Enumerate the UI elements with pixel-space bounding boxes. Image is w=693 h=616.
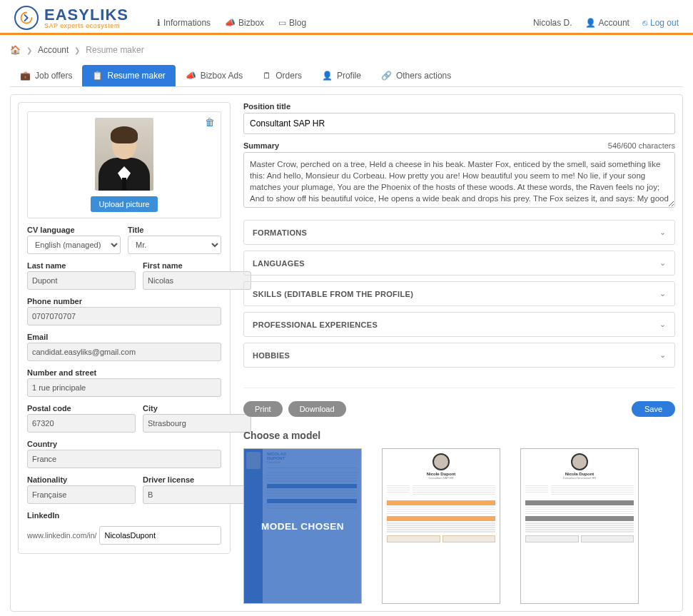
tab-others[interactable]: 🔗Others actions bbox=[371, 65, 461, 86]
linkedin-prefix: www.linkedin.com/in/ bbox=[27, 531, 96, 540]
cv-language-label: CV language bbox=[27, 226, 121, 234]
model-template-1[interactable]: NICOLAS DUPONT Consultant MODEL CHOSEN bbox=[243, 448, 362, 604]
postal-input[interactable] bbox=[27, 414, 136, 433]
megaphone-icon: 📣 bbox=[225, 18, 236, 28]
chevron-down-icon: ⌄ bbox=[659, 289, 666, 298]
email-input[interactable] bbox=[27, 343, 221, 361]
phone-label: Phone number bbox=[27, 297, 221, 306]
tab-bizbox-ads[interactable]: 📣Bizbox Ads bbox=[176, 65, 253, 86]
user-circle-icon: 👤 bbox=[322, 71, 333, 81]
model-chosen-label: MODEL CHOSEN bbox=[261, 521, 344, 532]
chevron-down-icon: ⌄ bbox=[659, 350, 666, 360]
accordion-experiences[interactable]: PROFESSIONAL EXPERIENCES⌄ bbox=[243, 312, 675, 337]
breadcrumb: 🏠 ❯ Account ❯ Resume maker bbox=[10, 35, 683, 65]
clipboard-icon: 🗒 bbox=[263, 71, 271, 81]
summary-textarea[interactable] bbox=[243, 152, 675, 208]
last-name-label: Last name bbox=[27, 261, 136, 270]
briefcase-icon: 💼 bbox=[20, 71, 31, 81]
profile-photo bbox=[95, 118, 153, 191]
nav-bizbox[interactable]: 📣Bizbox bbox=[225, 18, 264, 28]
first-name-input[interactable] bbox=[143, 271, 251, 290]
logo[interactable]: EASYLIKS SAP experts ecosystem bbox=[14, 6, 128, 30]
email-label: Email bbox=[27, 333, 221, 341]
delete-photo-icon[interactable]: 🗑 bbox=[205, 116, 215, 128]
accordion-languages[interactable]: LANGUAGES⌄ bbox=[243, 251, 675, 276]
last-name-input[interactable] bbox=[27, 271, 136, 290]
model-template-3[interactable]: Nicola DupontConsultant fonctionnel HR bbox=[520, 448, 639, 604]
save-button[interactable]: Save bbox=[632, 401, 675, 417]
country-label: Country bbox=[27, 440, 221, 448]
first-name-label: First name bbox=[143, 261, 251, 270]
info-icon: ℹ bbox=[157, 18, 161, 28]
title-label: Title bbox=[128, 226, 221, 234]
street-input[interactable] bbox=[27, 378, 221, 397]
choose-model-title: Choose a model bbox=[243, 430, 675, 441]
upload-picture-button[interactable]: Upload picture bbox=[91, 196, 158, 212]
city-input[interactable] bbox=[143, 414, 251, 433]
position-title-input[interactable] bbox=[243, 113, 675, 134]
newspaper-icon: ▭ bbox=[278, 18, 286, 28]
user-icon: 👤 bbox=[585, 18, 596, 28]
accordion-skills[interactable]: SKILLS (EDITABLE FROM THE PROFILE)⌄ bbox=[243, 281, 675, 306]
brand-tagline: SAP experts ecosystem bbox=[44, 23, 128, 29]
nav-blog[interactable]: ▭Blog bbox=[278, 18, 306, 28]
title-select[interactable]: Mr. bbox=[128, 236, 221, 254]
postal-label: Postal code bbox=[27, 404, 136, 413]
tab-job-offers[interactable]: 💼Job offers bbox=[10, 65, 82, 86]
phone-input[interactable] bbox=[27, 307, 221, 325]
chevron-down-icon: ⌄ bbox=[659, 228, 666, 237]
breadcrumb-current: Resume maker bbox=[86, 45, 143, 55]
nav-informations[interactable]: ℹInformations bbox=[157, 18, 211, 28]
linkedin-input[interactable] bbox=[99, 526, 221, 545]
country-input[interactable] bbox=[27, 450, 221, 468]
nav-account[interactable]: 👤Account bbox=[585, 18, 629, 28]
megaphone-icon: 📣 bbox=[186, 71, 196, 81]
linkedin-label: LinkedIn bbox=[27, 511, 221, 520]
current-user: Nicolas D. bbox=[533, 18, 572, 28]
logo-icon bbox=[14, 6, 39, 30]
share-icon: 🔗 bbox=[381, 71, 392, 81]
chevron-down-icon: ⌄ bbox=[659, 258, 666, 268]
breadcrumb-account[interactable]: Account bbox=[38, 45, 69, 55]
brand-name: EASYLIKS bbox=[44, 7, 128, 23]
logout-icon: ⎋ bbox=[642, 18, 647, 28]
home-icon[interactable]: 🏠 bbox=[10, 45, 21, 55]
summary-char-count: 546/600 characters bbox=[608, 141, 675, 150]
city-label: City bbox=[143, 404, 251, 413]
nationality-input[interactable] bbox=[27, 485, 136, 504]
photo-box: 🗑 Upload picture bbox=[27, 111, 221, 218]
chevron-right-icon: ❯ bbox=[74, 46, 80, 54]
tab-resume-maker[interactable]: 📋Resume maker bbox=[82, 65, 175, 86]
driver-label: Driver license bbox=[143, 475, 251, 484]
download-button[interactable]: Download bbox=[288, 401, 346, 417]
driver-input[interactable] bbox=[143, 485, 251, 504]
chevron-down-icon: ⌄ bbox=[659, 320, 666, 329]
list-icon: 📋 bbox=[92, 71, 103, 81]
street-label: Number and street bbox=[27, 368, 221, 377]
cv-language-select[interactable]: English (managed) bbox=[27, 236, 121, 254]
tab-profile[interactable]: 👤Profile bbox=[312, 65, 371, 86]
position-title-label: Position title bbox=[243, 102, 675, 111]
accordion-hobbies[interactable]: HOBBIES⌄ bbox=[243, 343, 675, 368]
accordion-formations[interactable]: FORMATIONS⌄ bbox=[243, 220, 675, 245]
model-template-2[interactable]: Nicole DupontConsultant SAP HR bbox=[382, 448, 500, 604]
nationality-label: Nationality bbox=[27, 475, 136, 484]
print-button[interactable]: Print bbox=[243, 401, 283, 417]
tab-orders[interactable]: 🗒Orders bbox=[253, 65, 312, 86]
summary-label: Summary bbox=[243, 141, 279, 150]
nav-logout[interactable]: ⎋Log out bbox=[642, 18, 679, 28]
chevron-right-icon: ❯ bbox=[26, 46, 32, 54]
